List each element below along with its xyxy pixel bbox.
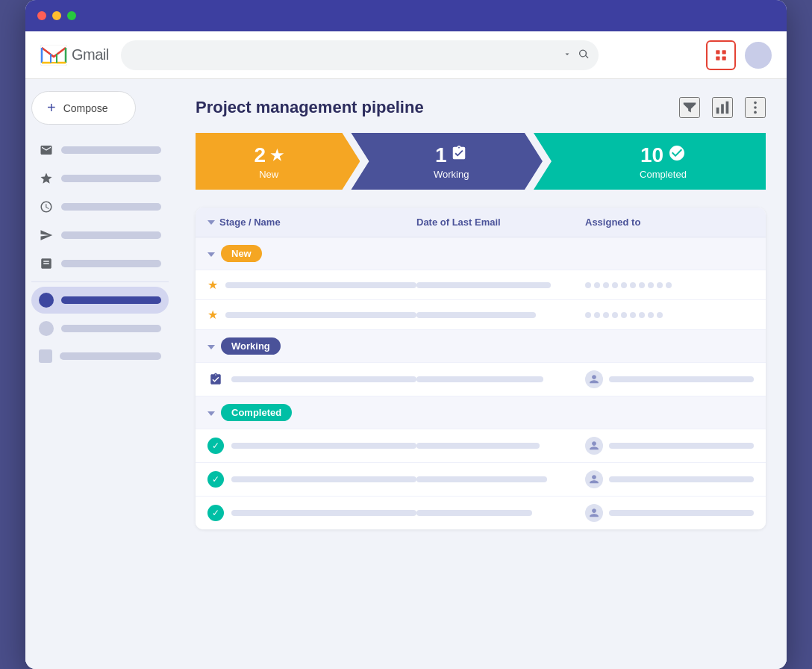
svg-point-16 <box>754 111 757 114</box>
search-dropdown-button[interactable] <box>563 49 572 60</box>
row-name-cell: ✓ <box>207 438 416 454</box>
row-date-cell <box>416 376 585 382</box>
stage-new-icon: ★ <box>270 146 284 164</box>
chevron-down-icon <box>563 49 572 58</box>
person-icon <box>589 441 599 451</box>
filter-button[interactable] <box>679 97 700 118</box>
group-working: Working <box>196 330 766 363</box>
stage-completed[interactable]: 10 Completed <box>534 133 766 190</box>
more-button[interactable] <box>745 97 766 118</box>
stage-working-count: 1 <box>435 143 468 167</box>
filter-icon <box>681 99 698 116</box>
assignee-name-bar <box>609 476 754 482</box>
assignee-name-bar <box>609 376 754 382</box>
header-actions <box>706 40 772 70</box>
gmail-header: Gmail <box>25 31 787 79</box>
search-icon <box>578 48 590 60</box>
group-working-expand-icon <box>207 345 215 349</box>
star-icon <box>39 171 54 186</box>
row-name-bar <box>225 282 416 288</box>
page-header: Project management pipeline <box>196 97 766 118</box>
svg-rect-7 <box>716 50 719 54</box>
sidebar-divider <box>31 281 169 282</box>
sidebar-badge-active <box>39 293 54 308</box>
row-name-bar <box>225 312 416 318</box>
clipboard-small-icon <box>209 373 222 386</box>
person-icon <box>589 374 599 385</box>
row-name-cell: ★ <box>207 308 416 322</box>
col-header-assigned[interactable]: Assigned to <box>585 217 754 228</box>
sidebar-square-label <box>60 352 161 360</box>
sidebar-item-starred[interactable] <box>31 165 169 192</box>
star-icon: ★ <box>207 308 218 322</box>
row-date-cell <box>416 443 585 449</box>
stage-working-name: Working <box>434 169 469 180</box>
stage-new[interactable]: 2 ★ New <box>196 133 360 190</box>
row-name-cell: ✓ <box>207 505 416 521</box>
row-assignee-cell <box>585 282 754 288</box>
row-assignee-cell <box>585 370 754 388</box>
assignee-avatar <box>585 504 603 522</box>
close-dot[interactable] <box>37 11 46 20</box>
group-new-label-row: New <box>207 245 416 262</box>
page-title: Project management pipeline <box>196 98 679 117</box>
grid-view-button[interactable] <box>706 40 736 70</box>
group-new: New <box>196 237 766 270</box>
row-name-cell <box>207 371 416 388</box>
table-header: Stage / Name Date of Last Email Assigned… <box>196 208 766 237</box>
person-icon <box>589 508 599 518</box>
search-input[interactable] <box>121 40 599 70</box>
group-new-tag[interactable]: New <box>221 245 262 262</box>
sidebar-item-active[interactable] <box>31 287 169 314</box>
sidebar-item-second[interactable] <box>31 315 169 342</box>
group-completed-expand-icon <box>207 411 215 416</box>
chart-icon <box>714 99 731 116</box>
row-date-bar <box>416 282 551 288</box>
row-date-bar <box>416 510 532 516</box>
group-completed-tag[interactable]: Completed <box>221 404 292 421</box>
page-actions <box>679 97 766 118</box>
sort-icon-stage <box>207 220 215 225</box>
group-completed-expand-button[interactable] <box>207 407 215 418</box>
sidebar-item-sent[interactable] <box>31 222 169 249</box>
user-avatar-button[interactable] <box>745 42 772 69</box>
assignee-name-bar <box>609 443 754 449</box>
search-button[interactable] <box>578 48 590 62</box>
col-header-stage-name[interactable]: Stage / Name <box>207 217 416 228</box>
checkmark-circle-icon <box>668 144 686 162</box>
main-layout: + Compose <box>25 79 787 669</box>
sidebar-second-label <box>61 325 161 332</box>
gmail-label: Gmail <box>72 46 109 63</box>
table-row: ★ <box>196 300 766 330</box>
sidebar-item-snoozed[interactable] <box>31 193 169 220</box>
col-header-date[interactable]: Date of Last Email <box>416 217 585 228</box>
compose-button[interactable]: + Compose <box>31 91 136 125</box>
row-date-bar <box>416 476 547 482</box>
sidebar-item-drafts[interactable] <box>31 250 169 277</box>
minimize-dot[interactable] <box>52 11 61 20</box>
star-icon: ★ <box>207 278 218 292</box>
sidebar-item-square[interactable] <box>31 343 169 369</box>
sidebar-item-inbox[interactable] <box>31 137 169 164</box>
sidebar-snoozed-label <box>61 203 161 211</box>
group-working-expand-button[interactable] <box>207 340 215 352</box>
row-date-cell <box>416 510 585 516</box>
group-working-tag[interactable]: Working <box>221 337 281 355</box>
svg-rect-11 <box>716 108 719 113</box>
stage-working-icon <box>451 145 467 165</box>
maximize-dot[interactable] <box>67 11 76 20</box>
row-name-cell: ★ <box>207 278 416 292</box>
table-row: ★ <box>196 270 766 300</box>
person-icon <box>589 474 599 485</box>
row-date-bar <box>416 376 543 382</box>
table-row: ✓ <box>196 463 766 497</box>
table-row <box>196 363 766 396</box>
pipeline-stages: 2 ★ New 1 Working <box>196 133 766 190</box>
chart-button[interactable] <box>712 97 733 118</box>
stage-working[interactable]: 1 Working <box>351 133 542 190</box>
group-new-expand-button[interactable] <box>207 248 215 259</box>
svg-rect-8 <box>722 50 726 54</box>
gmail-logo: Gmail <box>40 45 109 66</box>
svg-rect-9 <box>716 56 719 60</box>
sidebar-sent-label <box>61 231 161 239</box>
